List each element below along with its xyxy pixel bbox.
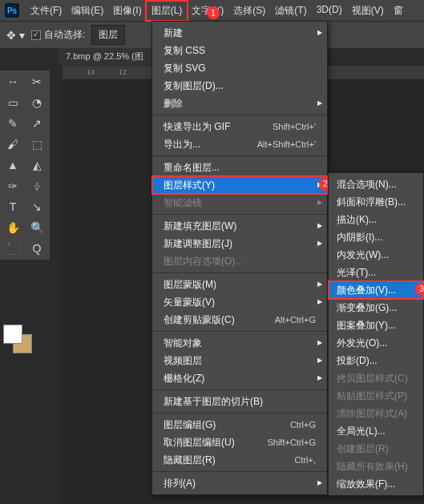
menu-separator: [152, 389, 327, 390]
menu-item[interactable]: 创建剪贴蒙版(C)Alt+Ctrl+G: [152, 311, 327, 329]
tool-button[interactable]: ↘: [26, 197, 48, 216]
tool-button[interactable]: ↗: [26, 114, 48, 133]
menu-item-label: 复制 SVG: [164, 62, 206, 75]
menu-item[interactable]: 新建填充图层(W): [152, 217, 327, 235]
menu-item[interactable]: 图层(L): [147, 2, 188, 20]
menu-item[interactable]: 混合选项(N)...: [329, 175, 423, 193]
menu-item-label: 新建: [164, 26, 183, 39]
menu-item[interactable]: 视频图层: [152, 352, 327, 369]
menu-item[interactable]: 编辑(E): [67, 2, 108, 20]
menu-item-label: 复制 CSS: [164, 44, 205, 57]
menu-item[interactable]: 新建调整图层(J): [152, 235, 327, 252]
menu-item[interactable]: 新建基于图层的切片(B): [152, 393, 327, 410]
menu-item[interactable]: 取消图层编组(U)Shift+Ctrl+G: [152, 433, 327, 451]
menu-item[interactable]: 内发光(W)...: [329, 246, 423, 264]
tool-button[interactable]: ◔: [26, 93, 48, 112]
menu-item[interactable]: 视图(V): [347, 2, 389, 20]
menu-item[interactable]: 智能对象: [152, 334, 327, 352]
menu-item-label: 粘贴图层样式(P): [337, 389, 407, 402]
menu-item[interactable]: 内阴影(I)...: [329, 228, 423, 246]
menu-shortcut: Alt+Ctrl+G: [275, 313, 316, 326]
menu-item[interactable]: 3D(D): [312, 2, 347, 20]
tool-button[interactable]: ▲: [2, 155, 24, 175]
move-tool-icon: ✥ ▾: [6, 29, 25, 42]
menu-item-label: 外发光(O)...: [337, 337, 387, 349]
menu-item[interactable]: 描边(K)...: [329, 211, 423, 228]
menu-item[interactable]: 图层编组(G)Ctrl+G: [152, 416, 327, 433]
tool-button[interactable]: Q: [26, 239, 48, 258]
menu-item[interactable]: 复制 CSS: [152, 42, 327, 59]
tool-button[interactable]: ✑: [2, 176, 24, 196]
menu-item-label: 重命名图层...: [164, 161, 220, 174]
menu-item[interactable]: 图像(I): [108, 2, 146, 20]
menu-item[interactable]: 导出为...Alt+Shift+Ctrl+': [152, 135, 327, 153]
tool-button[interactable]: ⎀: [26, 176, 48, 196]
tool-button[interactable]: ◭: [26, 155, 48, 175]
menu-item[interactable]: 选择(S): [228, 2, 270, 20]
menu-item[interactable]: 快速导出为 GIFShift+Ctrl+': [152, 118, 327, 135]
menu-item-label: 图案叠加(Y)...: [337, 319, 396, 332]
menu-item[interactable]: 复制图层(D)...: [152, 77, 327, 95]
tool-button[interactable]: 🖌: [2, 135, 24, 154]
menu-item[interactable]: 窗: [389, 2, 408, 20]
menu-item-label: 拷贝图层样式(C): [337, 372, 408, 385]
menu-item: 隐藏所有效果(H): [329, 458, 423, 475]
layer-style-submenu: 混合选项(N)...斜面和浮雕(B)...描边(K)...内阴影(I)...内发…: [328, 172, 424, 496]
menu-item[interactable]: 外发光(O)...: [329, 334, 423, 352]
menu-item[interactable]: 投影(D)...: [329, 352, 423, 369]
menu-item[interactable]: 全局光(L)...: [329, 422, 423, 440]
tool-button[interactable]: ✋: [2, 218, 24, 237]
menu-item-label: 图层蒙版(M): [164, 278, 216, 291]
menu-item[interactable]: 颜色叠加(V)...3: [329, 281, 423, 299]
menu-item-label: 新建基于图层的切片(B): [164, 395, 263, 408]
tool-button[interactable]: ⬚: [26, 135, 48, 154]
menu-item[interactable]: 隐藏图层(R)Ctrl+,: [152, 451, 327, 469]
tool-button[interactable]: ⬛: [2, 239, 24, 258]
menu-item-label: 复制图层(D)...: [164, 79, 224, 92]
menu-item-label: 隐藏所有效果(H): [337, 460, 408, 473]
menu-item: 智能滤镜: [152, 194, 327, 212]
menu-item[interactable]: 缩放效果(F)...: [329, 475, 423, 493]
menu-item[interactable]: 图案叠加(Y)...: [329, 317, 423, 334]
menu-item[interactable]: 斜面和浮雕(B)...: [329, 193, 423, 211]
menu-item[interactable]: 删除: [152, 95, 327, 112]
tool-button[interactable]: T: [2, 197, 24, 216]
menu-item-label: 缩放效果(F)...: [337, 478, 395, 490]
menu-item-label: 导出为...: [164, 138, 200, 151]
menu-item[interactable]: 排列(A): [152, 474, 327, 492]
document-tab[interactable]: 7.bmp @ 22.5% (图: [58, 48, 151, 65]
menu-item[interactable]: 矢量蒙版(V): [152, 293, 327, 311]
menu-item[interactable]: 光泽(T)...: [329, 264, 423, 281]
menu-item: 粘贴图层样式(P): [329, 387, 423, 405]
auto-select-checkbox[interactable]: 自动选择:: [31, 28, 85, 42]
menu-item[interactable]: 图层蒙版(M): [152, 276, 327, 293]
layer-select-dropdown[interactable]: 图层: [91, 25, 125, 45]
menu-item-label: 图层内容选项(O)...: [164, 255, 243, 268]
menu-item[interactable]: 渐变叠加(G)...: [329, 299, 423, 317]
menu-shortcut: Ctrl+,: [294, 454, 316, 466]
menu-item-label: 矢量蒙版(V): [164, 296, 215, 308]
menu-separator: [152, 331, 327, 332]
menu-item[interactable]: 新建: [152, 24, 327, 42]
menu-separator: [152, 272, 327, 273]
menu-item-label: 清除图层样式(A): [337, 407, 407, 420]
menu-item-label: 斜面和浮雕(B)...: [337, 196, 406, 208]
menu-item-label: 创建图层(R): [337, 442, 389, 455]
menu-item-label: 栅格化(Z): [164, 372, 204, 385]
menu-item[interactable]: 文件(F): [26, 2, 67, 20]
tool-button[interactable]: ↔: [2, 72, 24, 91]
tool-button[interactable]: ▭: [2, 93, 24, 112]
menu-item-label: 创建剪贴蒙版(C): [164, 313, 235, 326]
menu-item[interactable]: 复制 SVG: [152, 59, 327, 77]
menu-item[interactable]: 滤镜(T): [270, 2, 311, 20]
menu-item[interactable]: 图层样式(Y)2: [152, 176, 327, 194]
menu-item-label: 排列(A): [164, 477, 196, 490]
menu-item-label: 删除: [164, 97, 183, 110]
tool-button[interactable]: ✎: [2, 114, 24, 133]
tool-button[interactable]: ✂: [26, 72, 48, 91]
foreground-color-swatch[interactable]: [3, 325, 22, 344]
menu-item: 图层内容选项(O)...: [152, 252, 327, 270]
tool-button[interactable]: 🔍: [26, 218, 48, 237]
menu-item[interactable]: 栅格化(Z): [152, 369, 327, 387]
menu-item[interactable]: 重命名图层...: [152, 159, 327, 176]
